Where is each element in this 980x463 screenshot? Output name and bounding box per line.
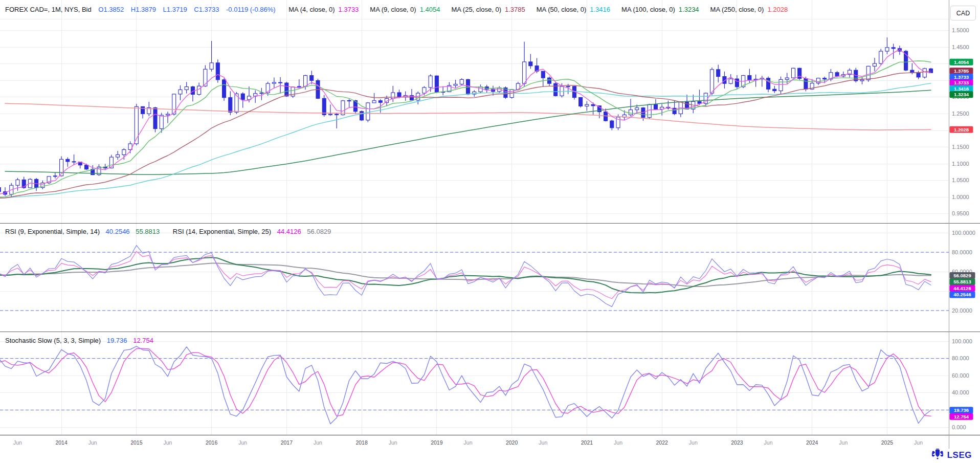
open-value: O1.3852 <box>98 6 124 13</box>
stoch-k-value: 19.736 <box>107 337 127 344</box>
low-value: L1.3719 <box>163 6 187 13</box>
time-axis[interactable] <box>0 435 949 449</box>
rsi2-value: 44.4126 <box>277 228 301 235</box>
ma-legend-item: MA (4, close, 0)1.3733 <box>277 6 359 13</box>
ma-legend-item: MA (9, close, 0)1.4054 <box>359 6 440 13</box>
lseg-logo-icon <box>931 449 944 461</box>
close-value: C1.3733 <box>194 6 219 13</box>
price-pane-legend: FOREX CAD=, 1M, NYS, Bid O1.3852 H1.3879… <box>5 6 788 13</box>
rsi1-title: RSI (9, Exponential, Simple, 14) <box>5 228 100 235</box>
ma-legend-item: MA (250, close, 0)1.2028 <box>699 6 788 13</box>
ma-legend-item: MA (100, close, 0)1.3234 <box>610 6 699 13</box>
stoch-d-value: 12.754 <box>133 337 153 344</box>
stoch-pane-legend: Stochastic Slow (5, 3, 3, Simple) 19.736… <box>5 337 153 344</box>
rsi2-title: RSI (14, Exponential, Simple, 25) <box>173 228 271 235</box>
stoch-title: Stochastic Slow (5, 3, 3, Simple) <box>5 337 101 344</box>
footer-brand: LSEG <box>931 449 972 461</box>
rsi2-signal-value: 56.0829 <box>307 228 331 235</box>
ma-legend-item: MA (50, close, 0)1.3416 <box>525 6 610 13</box>
ma-legend-item: MA (25, close, 0)1.3785 <box>440 6 525 13</box>
symbol-title: FOREX CAD=, 1M, NYS, Bid <box>5 6 92 13</box>
change-value: -0.0119 (-0.86%) <box>226 6 276 13</box>
rsi1-signal-value: 55.8813 <box>136 228 160 235</box>
brand-wordmark: LSEG <box>947 450 972 460</box>
rsi-pane-legend: RSI (9, Exponential, Simple, 14) 40.2546… <box>5 228 331 235</box>
ma-legend: MA (4, close, 0)1.3733MA (9, close, 0)1.… <box>277 6 788 13</box>
high-value: H1.3879 <box>131 6 156 13</box>
chart-canvas[interactable] <box>0 0 949 435</box>
price-axis[interactable] <box>949 23 980 435</box>
currency-button[interactable]: CAD <box>950 6 976 20</box>
rsi1-value: 40.2546 <box>106 228 130 235</box>
